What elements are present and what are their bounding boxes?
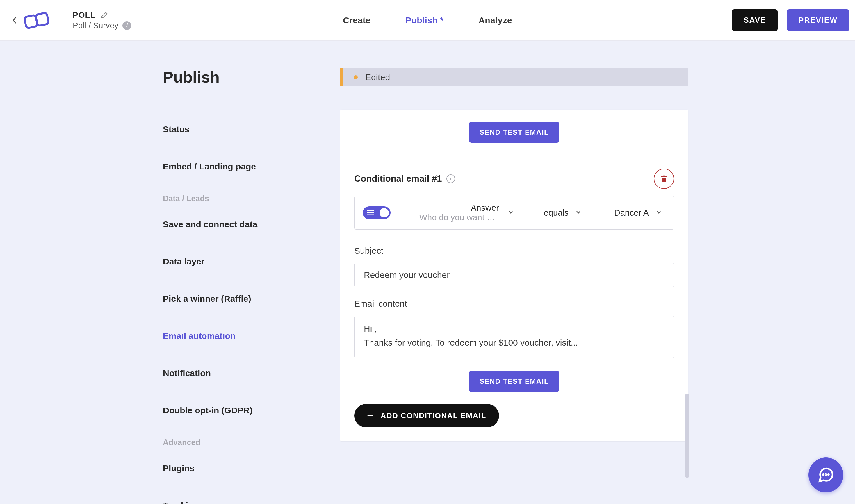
sidebar-item-double-optin[interactable]: Double opt-in (GDPR)	[163, 399, 326, 422]
status-text: Edited	[365, 72, 390, 82]
main-nav: Create Publish * Analyze	[343, 15, 512, 25]
condition-value-chevron[interactable]	[652, 209, 666, 217]
sidebar-item-email-automation[interactable]: Email automation	[163, 325, 326, 347]
project-title-block: POLL Poll / Survey i	[73, 11, 131, 30]
sidebar-item-raffle[interactable]: Pick a winner (Raffle)	[163, 287, 326, 310]
sidebar-title: Publish	[163, 68, 326, 86]
nav-publish[interactable]: Publish *	[405, 15, 443, 25]
nav-analyze[interactable]: Analyze	[478, 15, 512, 25]
sidebar-group-advanced: Advanced	[163, 438, 326, 447]
save-button[interactable]: SAVE	[732, 9, 778, 31]
scrollbar-thumb[interactable]	[685, 394, 689, 478]
sidebar-item-embed[interactable]: Embed / Landing page	[163, 155, 326, 178]
trash-icon	[660, 174, 668, 183]
conditional-email-title: Conditional email #1	[354, 174, 442, 184]
sidebar-item-tracking[interactable]: Tracking	[163, 494, 326, 504]
svg-point-6	[826, 474, 826, 475]
sidebar-item-save-connect[interactable]: Save and connect data	[163, 213, 326, 236]
project-title: POLL	[73, 11, 96, 20]
chevron-down-icon	[507, 209, 514, 216]
add-conditional-email-label: ADD CONDITIONAL EMAIL	[381, 411, 486, 420]
condition-field-chevron[interactable]	[504, 209, 518, 217]
condition-operator-select[interactable]: equals	[544, 208, 569, 218]
preview-button[interactable]: PREVIEW	[787, 9, 849, 31]
chevron-down-icon	[575, 209, 582, 216]
svg-point-7	[828, 474, 829, 475]
condition-field-sublabel: Who do you want …	[419, 213, 501, 222]
sidebar-group-data-leads: Data / Leads	[163, 194, 326, 203]
back-button[interactable]	[9, 15, 20, 26]
sidebar-item-status[interactable]: Status	[163, 118, 326, 141]
brand-logo[interactable]	[20, 7, 52, 33]
svg-rect-1	[35, 13, 49, 26]
email-automation-card: SEND TEST EMAIL Conditional email #1 i	[340, 110, 688, 441]
plus-icon: +	[367, 410, 374, 421]
chevron-down-icon	[655, 209, 662, 216]
nav-create[interactable]: Create	[343, 15, 370, 25]
hamburger-icon	[367, 210, 374, 217]
chevron-left-icon	[12, 16, 17, 24]
add-conditional-email-button[interactable]: + ADD CONDITIONAL EMAIL	[354, 404, 499, 427]
send-test-email-top-button[interactable]: SEND TEST EMAIL	[469, 122, 560, 143]
sidebar-item-plugins[interactable]: Plugins	[163, 457, 326, 480]
status-dot-icon	[354, 75, 358, 79]
support-chat-button[interactable]	[808, 457, 843, 492]
condition-field-label: Answer	[419, 203, 501, 213]
project-info-button[interactable]: i	[122, 21, 131, 30]
svg-point-5	[823, 474, 824, 475]
chat-icon	[817, 466, 835, 484]
send-test-email-bottom-button[interactable]: SEND TEST EMAIL	[469, 371, 560, 392]
edit-title-button[interactable]	[101, 12, 108, 19]
logo-icon	[21, 7, 52, 34]
top-app-bar: POLL Poll / Survey i Create Publish * An…	[0, 0, 855, 41]
condition-operator-chevron[interactable]	[572, 209, 586, 217]
info-icon: i	[450, 176, 452, 182]
sidebar-item-notification[interactable]: Notification	[163, 362, 326, 384]
delete-conditional-email-button[interactable]	[654, 168, 674, 189]
status-banner: Edited	[340, 68, 688, 86]
sidebar-item-data-layer[interactable]: Data layer	[163, 250, 326, 273]
condition-logic-row: Answer Who do you want … equals Dancer A	[354, 196, 674, 230]
subject-label: Subject	[354, 246, 674, 256]
condition-value-select[interactable]: Dancer A	[614, 208, 649, 218]
email-content-label: Email content	[354, 299, 674, 309]
subject-input[interactable]	[354, 263, 674, 287]
conditional-email-info-button[interactable]: i	[447, 174, 455, 183]
header-actions: SAVE PREVIEW	[732, 9, 849, 31]
question-picker-toggle[interactable]	[363, 206, 390, 219]
email-content-textarea[interactable]	[354, 316, 674, 358]
pencil-icon	[101, 12, 108, 19]
info-icon: i	[126, 22, 128, 29]
publish-content: Edited SEND TEST EMAIL Conditional email…	[340, 68, 688, 504]
project-subtitle: Poll / Survey	[73, 21, 118, 30]
publish-sidebar: Publish Status Embed / Landing page Data…	[163, 68, 326, 504]
condition-field-select[interactable]: Answer Who do you want …	[419, 203, 501, 222]
